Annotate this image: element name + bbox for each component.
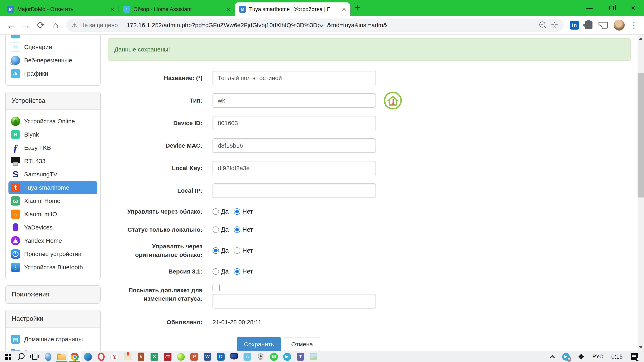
version-31-no-radio[interactable] — [234, 268, 240, 275]
sidebar-item-bluetooth-devices[interactable]: ᛒ Устройства Bluetooth — [8, 261, 98, 274]
action-center-icon[interactable] — [631, 353, 638, 360]
close-tab-icon[interactable]: × — [341, 6, 347, 13]
taskbar-file-explorer-button[interactable] — [55, 351, 68, 362]
taskbar-photos-button[interactable] — [307, 351, 320, 362]
new-tab-button[interactable]: + — [354, 2, 360, 13]
tab-tuya-active[interactable]: M Tuya smarthome | Устройства | Г × — [235, 2, 350, 16]
taskbar-teams-button[interactable]: T — [294, 351, 307, 362]
close-window-button[interactable]: × — [622, 0, 644, 16]
reload-button[interactable]: ⟳ — [34, 18, 48, 32]
scrollbar-thumb[interactable] — [638, 73, 644, 198]
sidebar-item-samsungtv[interactable]: S SamsungTV — [8, 168, 98, 181]
taskbar-word-button[interactable]: W — [201, 351, 214, 362]
restore-button[interactable] — [600, 0, 622, 16]
taskbar-search-button[interactable] — [15, 351, 28, 362]
local-ip-input[interactable] — [212, 183, 376, 198]
vertical-scrollbar[interactable] — [638, 35, 644, 351]
sidebar-item-blynk[interactable]: B Blynk — [8, 128, 98, 141]
dropbox-icon[interactable]: ❖ — [578, 353, 584, 361]
name-input[interactable] — [212, 71, 376, 85]
forward-button[interactable]: → — [18, 18, 34, 32]
taskbar-snagit-button[interactable] — [174, 351, 188, 362]
taskbar-notes-button[interactable]: # — [134, 351, 148, 362]
sidebar-item-scenarios[interactable]: ⌗ Сценарии — [8, 41, 98, 53]
taskbar-outlook-button[interactable]: O — [214, 351, 228, 362]
sidebar-item-charts[interactable]: Графики — [8, 67, 98, 80]
sidebar-item-easy-fkb[interactable]: ƒ Easy FKB — [8, 141, 98, 154]
sidebar-item-xiaomi-miio[interactable]: ⌂ Xiaomi miIO — [8, 208, 98, 221]
zoom-out-icon[interactable] — [539, 21, 547, 29]
url-text[interactable]: 172.16.1.252/admin.php?pd=cGFuZWw6e2FjdG… — [126, 22, 535, 28]
sidebar-item-home-pages[interactable]: ▤ Домашние страницы — [8, 333, 98, 346]
tab-majordomo[interactable]: M MajorDoMo - Ответить × — [3, 2, 118, 16]
close-tab-icon[interactable]: × — [226, 6, 231, 13]
browser-menu-icon[interactable]: ⋮ — [630, 20, 638, 30]
sidebar-item-location[interactable]: ⌂ Расположение — [8, 346, 98, 351]
clock[interactable]: 0:15 — [612, 353, 623, 360]
taskbar-webcam-button[interactable] — [254, 351, 267, 362]
original-cloud-yes-radio[interactable] — [212, 247, 219, 254]
original-cloud-no-radio[interactable] — [234, 247, 240, 254]
extra-packet-checkbox[interactable] — [212, 284, 220, 291]
status-local-no-radio[interactable] — [234, 226, 240, 233]
taskbar-opera-button[interactable] — [94, 351, 108, 362]
taskbar-task-view-button[interactable] — [28, 351, 42, 362]
profile-avatar[interactable] — [614, 20, 625, 30]
close-tab-icon[interactable]: × — [109, 6, 115, 13]
apps-section-header[interactable]: Приложения — [6, 286, 100, 303]
sidebar-item-web-variables[interactable]: Веб-переменные — [8, 54, 98, 67]
sidebar-item-simple-devices[interactable]: Простые устройства — [8, 248, 98, 260]
status-local-yes-radio[interactable] — [212, 226, 219, 233]
type-input[interactable] — [212, 93, 376, 108]
settings-section-header[interactable]: Настройки — [6, 310, 100, 328]
address-bar[interactable]: ⚠ Не защищено 172.16.1.252/admin.php?pd=… — [66, 18, 564, 32]
cloud-control-no-radio[interactable] — [234, 208, 240, 215]
taskbar-powerpoint-button[interactable]: P — [188, 351, 201, 362]
cast-icon[interactable] — [598, 22, 608, 28]
taskbar-excel-button[interactable]: X — [148, 351, 161, 362]
back-button[interactable]: ← — [4, 18, 18, 32]
device-mac-input[interactable] — [212, 138, 376, 153]
linkedin-extension-icon[interactable]: in — [570, 21, 579, 29]
type-label: Тип: — [108, 96, 202, 105]
taskbar-maps-button[interactable] — [121, 351, 134, 362]
save-button[interactable]: Сохранить — [237, 337, 281, 351]
devices-section-header[interactable]: Устройства — [6, 92, 100, 110]
home-button[interactable]: ⌂ — [48, 18, 63, 32]
not-secure-warning-icon[interactable]: ⚠ — [72, 21, 78, 29]
taskbar-start-button[interactable] — [2, 351, 15, 362]
taskbar-chrome-button[interactable] — [68, 351, 81, 362]
taskbar-edge-button[interactable] — [81, 351, 94, 362]
taskbar-filezilla-button[interactable]: FZ — [161, 351, 174, 362]
taskbar-telegram-button[interactable] — [280, 351, 294, 362]
sidebar-item-devices-online[interactable]: Устройства Online — [8, 115, 98, 128]
sidebar-item-rtl433[interactable]: RTL433 — [8, 155, 98, 168]
scroll-down-arrow-icon[interactable] — [639, 346, 643, 349]
bookmark-star-icon[interactable]: ☆ — [550, 20, 558, 30]
taskbar-yandex-browser-button[interactable]: Y — [108, 351, 121, 362]
device-id-input[interactable] — [212, 116, 376, 130]
sidebar-item-tuya-smarthome[interactable]: t Tuya smarthome — [8, 181, 98, 194]
taskbar-winbox-button[interactable] — [42, 351, 55, 362]
sidebar-item-yadevices[interactable]: YaDevices — [8, 221, 98, 234]
sidebar-item-xiaomi-home[interactable]: ω Xiaomi Home — [8, 194, 98, 207]
hidden-icons-chevron-icon[interactable] — [550, 355, 555, 360]
tray-telegram-icon[interactable]: 8 — [562, 353, 570, 361]
local-key-input[interactable] — [212, 161, 376, 175]
security-label[interactable]: Не защищено — [80, 22, 118, 28]
cloud-control-yes-radio[interactable] — [212, 208, 219, 215]
taskbar-remote-desktop-button[interactable] — [228, 351, 241, 362]
version-31-yes-radio[interactable] — [212, 268, 219, 275]
cancel-button[interactable]: Отмена — [284, 337, 320, 351]
minimize-button[interactable]: — — [579, 0, 600, 16]
scroll-up-arrow-icon[interactable] — [639, 37, 643, 40]
extra-packet-input[interactable] — [212, 294, 376, 309]
extensions-puzzle-icon[interactable] — [585, 21, 592, 29]
sidebar-item-yandex-home[interactable]: Yandex Home — [8, 234, 98, 247]
language-indicator[interactable]: РУС — [592, 354, 603, 360]
device-id-label: Device ID: — [108, 119, 202, 127]
taskbar-whatsapp-button[interactable]: ☎ — [267, 351, 280, 362]
tab-home-assistant[interactable]: ⌂ Обзор - Home Assistant × — [119, 2, 235, 16]
taskbar-majordomo-button[interactable]: ⌂ — [241, 351, 254, 362]
sidebar-item-partial[interactable] — [8, 35, 98, 40]
